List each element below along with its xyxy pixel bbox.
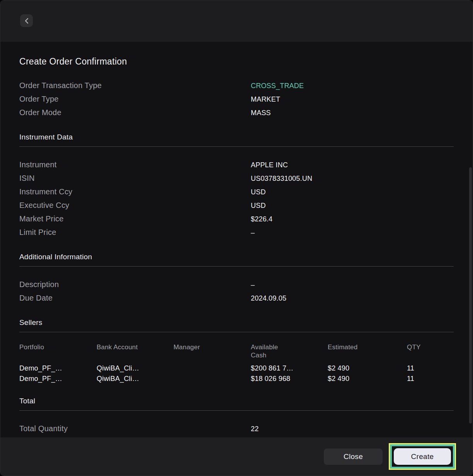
instrument-ccy-value: USD <box>251 185 454 199</box>
close-button[interactable]: Close <box>324 449 383 465</box>
order-row: Order Type MARKET <box>19 92 454 106</box>
order-mode-value: MASS <box>251 106 454 119</box>
instrument-ccy-label: Instrument Ccy <box>19 185 251 198</box>
available-cash-cell: $18 026 968 <box>251 374 328 384</box>
section-title-instrument-data: Instrument Data <box>19 133 454 141</box>
column-header-available-cash: Available Cash <box>251 343 288 363</box>
dialog-content: Create Order Confirmation Order Transact… <box>0 42 473 437</box>
create-button[interactable]: Create <box>394 448 451 465</box>
column-header-bank-account: Bank Account <box>97 343 174 355</box>
page-title: Create Order Confirmation <box>19 56 454 67</box>
chevron-left-icon <box>24 18 29 24</box>
total-quantity-label: Total Quantity <box>19 422 251 435</box>
due-date-row: Due Date 2024.09.05 <box>19 291 454 305</box>
sellers-table: Portfolio Bank Account Manager Available… <box>19 343 454 384</box>
column-header-manager: Manager <box>174 343 251 355</box>
due-date-label: Due Date <box>19 291 251 304</box>
column-header-estimated: Estimated <box>328 343 407 355</box>
order-summary: Order Transaction Type CROSS_TRADE Order… <box>19 79 454 119</box>
back-button[interactable] <box>20 14 33 27</box>
instrument-ccy-row: Instrument Ccy USD <box>19 185 454 199</box>
isin-value: US0378331005.UN <box>251 172 454 185</box>
create-button-highlight-inner: Create <box>390 444 455 469</box>
total-quantity-value: 22 <box>251 422 454 435</box>
instrument-data-rows: Instrument APPLE INC ISIN US0378331005.U… <box>19 158 454 239</box>
section-title-sellers: Sellers <box>19 318 454 327</box>
isin-row: ISIN US0378331005.UN <box>19 172 454 185</box>
executive-ccy-row: Executive Ccy USD <box>19 199 454 212</box>
order-row: Order Mode MASS <box>19 106 454 119</box>
order-type-value: MARKET <box>251 93 454 106</box>
order-row: Order Transaction Type CROSS_TRADE <box>19 79 454 92</box>
additional-information-rows: Description – Due Date 2024.09.05 <box>19 278 454 305</box>
limit-price-row: Limit Price – <box>19 226 454 239</box>
order-type-label: Order Type <box>19 92 251 105</box>
column-header-portfolio: Portfolio <box>19 343 97 355</box>
section-title-additional-information: Additional Information <box>19 253 454 261</box>
section-divider <box>19 332 454 332</box>
section-title-total: Total <box>19 397 454 405</box>
section-divider <box>19 410 454 411</box>
market-price-label: Market Price <box>19 212 251 225</box>
bank-account-cell: QiwiBA_Cli… <box>97 363 174 374</box>
qty-cell: 11 <box>407 374 454 384</box>
sellers-table-body: Demo_PF_… QiwiBA_Cli… $200 861 7… $2 490… <box>19 363 454 384</box>
instrument-value: APPLE INC <box>251 158 454 172</box>
executive-ccy-label: Executive Ccy <box>19 199 251 212</box>
column-header-qty: QTY <box>407 343 454 355</box>
section-divider <box>19 266 454 267</box>
section-divider <box>19 146 454 147</box>
limit-price-value: – <box>251 226 454 239</box>
order-transaction-type-value: CROSS_TRADE <box>251 79 454 92</box>
estimated-cell: $2 490 <box>328 374 407 384</box>
description-value: – <box>251 278 454 291</box>
qty-cell: 11 <box>407 363 454 374</box>
footer-bar: Close Create <box>0 437 473 476</box>
description-label: Description <box>19 278 251 291</box>
total-rows: Total Quantity 22 <box>19 422 454 435</box>
market-price-row: Market Price $226.4 <box>19 212 454 226</box>
order-confirmation-dialog: Create Order Confirmation Order Transact… <box>0 0 473 476</box>
estimated-cell: $2 490 <box>328 363 407 374</box>
limit-price-label: Limit Price <box>19 226 251 239</box>
order-mode-label: Order Mode <box>19 106 251 119</box>
sellers-table-header: Portfolio Bank Account Manager Available… <box>19 343 454 363</box>
order-transaction-type-label: Order Transaction Type <box>19 79 251 92</box>
top-bar <box>0 0 473 42</box>
available-cash-cell: $200 861 7… <box>251 363 328 374</box>
portfolio-cell: Demo_PF_… <box>19 363 97 374</box>
executive-ccy-value: USD <box>251 199 454 212</box>
isin-label: ISIN <box>19 172 251 185</box>
description-row: Description – <box>19 278 454 291</box>
bank-account-cell: QiwiBA_Cli… <box>97 374 174 384</box>
scrollbar-thumb[interactable] <box>469 167 472 423</box>
table-row[interactable]: Demo_PF_… QiwiBA_Cli… $18 026 968 $2 490… <box>19 374 454 384</box>
market-price-value: $226.4 <box>251 212 454 226</box>
instrument-label: Instrument <box>19 158 251 171</box>
create-button-highlight: Create <box>389 443 456 470</box>
due-date-value: 2024.09.05 <box>251 292 454 305</box>
total-quantity-row: Total Quantity 22 <box>19 422 454 435</box>
table-row[interactable]: Demo_PF_… QiwiBA_Cli… $200 861 7… $2 490… <box>19 363 454 374</box>
instrument-row: Instrument APPLE INC <box>19 158 454 172</box>
portfolio-cell: Demo_PF_… <box>19 374 97 384</box>
